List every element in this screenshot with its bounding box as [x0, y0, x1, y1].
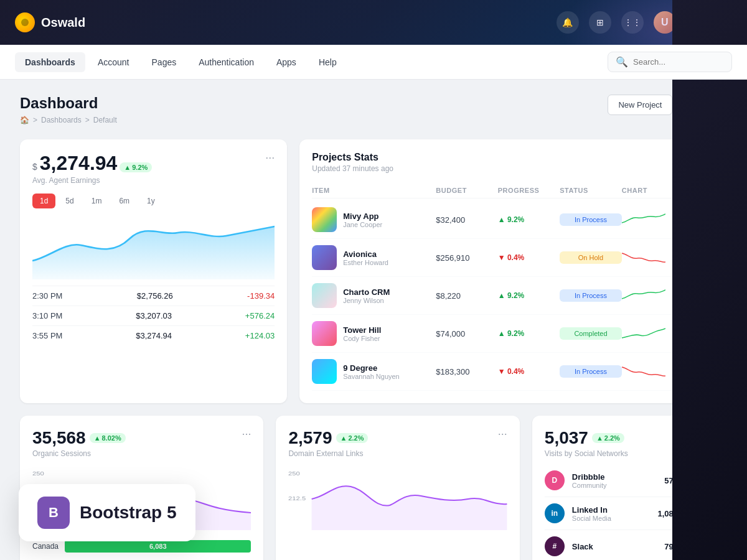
- nav-bar: Dashboards Account Pages Authentication …: [0, 45, 747, 80]
- project-item: 9 Degree Savannah Nguyen: [312, 359, 436, 384]
- data-rows: 2:30 PM $2,756.26 -139.34 3:10 PM $3,207…: [32, 286, 275, 345]
- share-icon-btn[interactable]: ⋮⋮: [621, 11, 644, 34]
- budget: $183,300: [436, 367, 498, 376]
- time-tabs: 1d 5d 1m 6m 1y: [32, 194, 275, 208]
- breadcrumb-default: Default: [93, 116, 117, 124]
- sessions-badge: ▲ 8.02%: [90, 433, 126, 443]
- bootstrap-icon: B: [37, 497, 70, 529]
- time-tab-5d[interactable]: 5d: [58, 194, 81, 208]
- more-options-button[interactable]: ···: [265, 152, 275, 163]
- avatar[interactable]: U: [654, 11, 676, 34]
- nav-item-authentication[interactable]: Authentication: [189, 52, 264, 72]
- project-name: Tower Hill: [343, 325, 381, 335]
- logo-icon: [15, 12, 35, 32]
- project-info: Avionica Esther Howard: [343, 250, 388, 266]
- status-badge: Completed: [560, 327, 622, 340]
- table-header: ITEM BUDGET PROGRESS STATUS CHART VIEW: [312, 183, 715, 198]
- projects-table: ITEM BUDGET PROGRESS STATUS CHART VIEW M…: [312, 183, 715, 391]
- status-badge: On Hold: [560, 251, 622, 264]
- invite-button[interactable]: + Invite: [686, 13, 732, 32]
- social-more-button[interactable]: ···: [705, 428, 715, 439]
- nav-item-account[interactable]: Account: [88, 52, 139, 72]
- social-name: Slack: [572, 542, 593, 551]
- social-badge-value: 2.2%: [604, 434, 620, 442]
- social-row-slack: # Slack 794 ▲ 0.2%: [545, 530, 715, 560]
- projects-card: Projects Stats Updated 37 minutes ago Hi…: [299, 139, 727, 403]
- social-value: 1,088: [657, 509, 678, 518]
- project-icon-tower: [312, 321, 337, 346]
- progress-badge: ▲ 9.2%: [498, 329, 560, 338]
- slack-icon: #: [545, 536, 565, 556]
- project-icon-mivy: [312, 207, 337, 232]
- app-name: Oswald: [41, 16, 85, 30]
- project-icon-9degree: [312, 359, 337, 384]
- breadcrumb-sep1: >: [33, 116, 37, 124]
- bootstrap-badge: B Bootstrap 5: [19, 484, 195, 541]
- budget: $32,400: [436, 215, 498, 225]
- view-button[interactable]: →: [684, 325, 701, 342]
- project-item: Mivy App Jane Cooper: [312, 207, 436, 232]
- status-badge: In Process: [560, 289, 622, 302]
- view-button[interactable]: →: [684, 363, 701, 380]
- home-icon: 🏠: [20, 116, 29, 124]
- social-info: Dribbble Community: [572, 472, 607, 489]
- project-owner: Esther Howard: [343, 259, 388, 266]
- breadcrumb-dashboards[interactable]: Dashboards: [41, 116, 82, 124]
- sessions-amount: 35,568: [32, 428, 86, 448]
- page-title-area: Dashboard 🏠 > Dashboards > Default: [20, 95, 117, 124]
- table-row: Avionica Esther Howard $256,910 ▼ 0.4% O…: [312, 239, 715, 277]
- new-project-button[interactable]: New Project: [608, 95, 672, 115]
- reports-button[interactable]: Reports: [679, 95, 727, 115]
- progress-badge: ▲ 9.2%: [498, 215, 560, 224]
- social-row-dribbble: D Dribbble Community 579 ▲ 2.6%: [545, 464, 715, 497]
- nav-item-help[interactable]: Help: [309, 52, 347, 72]
- history-button[interactable]: History: [675, 152, 715, 168]
- mini-chart: [622, 362, 684, 381]
- col-progress: PROGRESS: [498, 187, 560, 194]
- links-more-button[interactable]: ···: [498, 428, 507, 439]
- value-label: $3,274.94: [136, 331, 172, 340]
- view-button[interactable]: →: [684, 211, 701, 228]
- nav-item-dashboards[interactable]: Dashboards: [15, 52, 85, 72]
- social-value: 794: [664, 542, 678, 551]
- earnings-chart: [32, 217, 275, 279]
- external-links-card: 2,579 ▲ 2.2% Domain External Links ··· 2…: [276, 416, 519, 560]
- notifications-icon-btn[interactable]: 🔔: [557, 11, 579, 34]
- table-row: Charto CRM Jenny Wilson $8,220 ▲ 9.2% In…: [312, 277, 715, 315]
- layout-icon-btn[interactable]: ⊞: [589, 11, 611, 34]
- svg-text:250: 250: [32, 470, 44, 477]
- project-item: Tower Hill Cody Fisher: [312, 321, 436, 346]
- nav-item-apps[interactable]: Apps: [266, 52, 306, 72]
- col-chart: CHART: [622, 187, 684, 194]
- bootstrap-icon-label: B: [49, 505, 59, 521]
- social-info: Linked In Social Media: [572, 505, 611, 522]
- projects-updated: Updated 37 minutes ago: [312, 164, 393, 173]
- sessions-amount-area: 35,568 ▲ 8.02% Organic Sessions: [32, 428, 126, 458]
- social-networks-card: 5,037 ▲ 2.2% Visits by Social Networks ·…: [532, 416, 727, 560]
- social-change: ▲ 2.6%: [690, 477, 715, 484]
- projects-title: Projects Stats: [312, 152, 393, 163]
- time-tab-1d[interactable]: 1d: [32, 194, 55, 208]
- mini-chart: [622, 210, 684, 229]
- mini-chart: [622, 248, 684, 267]
- earnings-amount: $ 3,274.94 ▲ 9.2%: [32, 152, 152, 175]
- view-button[interactable]: →: [684, 287, 701, 304]
- mini-chart: [622, 324, 684, 343]
- time-tab-1y[interactable]: 1y: [139, 194, 162, 208]
- canada-value: 6,083: [149, 543, 167, 550]
- col-view: VIEW: [684, 187, 715, 194]
- time-tab-6m[interactable]: 6m: [111, 194, 137, 208]
- social-info: Slack: [572, 542, 593, 551]
- value-label: $2,756.26: [137, 291, 173, 301]
- time-tab-1m[interactable]: 1m: [84, 194, 110, 208]
- data-row: 3:10 PM $3,207.03 +576.24: [32, 306, 275, 325]
- time-label: 3:10 PM: [32, 311, 62, 320]
- budget: $256,910: [436, 253, 498, 263]
- page-actions: New Project Reports: [608, 95, 727, 115]
- view-button[interactable]: →: [684, 249, 701, 266]
- nav-item-pages[interactable]: Pages: [142, 52, 187, 72]
- linkedin-icon: in: [545, 503, 565, 523]
- sessions-more-button[interactable]: ···: [242, 428, 251, 439]
- project-icon-avionica: [312, 245, 337, 270]
- search-input[interactable]: [633, 57, 724, 67]
